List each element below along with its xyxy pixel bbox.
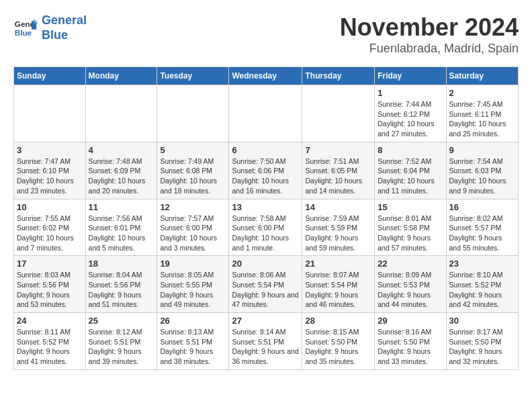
table-row: 19Sunrise: 8:05 AM Sunset: 5:55 PM Dayli…: [157, 256, 229, 313]
day-info: Sunrise: 7:59 AM Sunset: 5:59 PM Dayligh…: [305, 214, 371, 253]
day-number: 19: [160, 259, 226, 269]
day-number: 16: [449, 202, 515, 212]
table-row: 2Sunrise: 7:45 AM Sunset: 6:11 PM Daylig…: [446, 85, 518, 142]
table-row: 24Sunrise: 8:11 AM Sunset: 5:52 PM Dayli…: [14, 313, 86, 370]
day-number: 24: [17, 316, 83, 326]
day-info: Sunrise: 8:14 AM Sunset: 5:51 PM Dayligh…: [232, 327, 299, 367]
day-info: Sunrise: 8:01 AM Sunset: 5:58 PM Dayligh…: [378, 214, 443, 253]
table-row: [85, 85, 157, 142]
table-row: 5Sunrise: 7:49 AM Sunset: 6:08 PM Daylig…: [157, 142, 229, 199]
day-info: Sunrise: 8:17 AM Sunset: 5:50 PM Dayligh…: [449, 327, 515, 367]
day-info: Sunrise: 7:54 AM Sunset: 6:03 PM Dayligh…: [449, 156, 515, 196]
header-friday: Friday: [375, 67, 446, 85]
day-info: Sunrise: 8:11 AM Sunset: 5:52 PM Dayligh…: [17, 327, 83, 367]
table-row: 13Sunrise: 7:58 AM Sunset: 6:00 PM Dayli…: [229, 199, 302, 256]
month-title: November 2024: [340, 13, 519, 42]
day-info: Sunrise: 8:12 AM Sunset: 5:51 PM Dayligh…: [89, 327, 154, 367]
calendar-week-row: 24Sunrise: 8:11 AM Sunset: 5:52 PM Dayli…: [14, 313, 519, 370]
day-number: 4: [89, 145, 154, 155]
table-row: 3Sunrise: 7:47 AM Sunset: 6:10 PM Daylig…: [14, 142, 86, 199]
table-row: [157, 85, 229, 142]
logo: General Blue General Blue: [13, 13, 87, 42]
day-number: 25: [89, 316, 154, 326]
day-number: 15: [378, 202, 443, 212]
table-row: 18Sunrise: 8:04 AM Sunset: 5:56 PM Dayli…: [85, 256, 157, 313]
day-info: Sunrise: 7:50 AM Sunset: 6:06 PM Dayligh…: [232, 156, 299, 196]
header-tuesday: Tuesday: [157, 67, 229, 85]
day-info: Sunrise: 8:04 AM Sunset: 5:56 PM Dayligh…: [89, 270, 154, 310]
table-row: 28Sunrise: 8:15 AM Sunset: 5:50 PM Dayli…: [302, 313, 375, 370]
title-block: November 2024 Fuenlabrada, Madrid, Spain: [340, 13, 519, 56]
day-number: 5: [160, 145, 226, 155]
day-number: 26: [160, 316, 226, 326]
day-info: Sunrise: 8:10 AM Sunset: 5:52 PM Dayligh…: [449, 270, 515, 310]
page-header: General Blue General Blue November 2024 …: [13, 13, 519, 56]
day-info: Sunrise: 8:13 AM Sunset: 5:51 PM Dayligh…: [160, 327, 226, 367]
table-row: 12Sunrise: 7:57 AM Sunset: 6:00 PM Dayli…: [157, 199, 229, 256]
table-row: 30Sunrise: 8:17 AM Sunset: 5:50 PM Dayli…: [446, 313, 518, 370]
table-row: 1Sunrise: 7:44 AM Sunset: 6:12 PM Daylig…: [375, 85, 446, 142]
table-row: 11Sunrise: 7:56 AM Sunset: 6:01 PM Dayli…: [85, 199, 157, 256]
header-thursday: Thursday: [302, 67, 375, 85]
day-number: 10: [17, 202, 83, 212]
logo-icon: General Blue: [13, 16, 38, 40]
table-row: 29Sunrise: 8:16 AM Sunset: 5:50 PM Dayli…: [375, 313, 446, 370]
day-number: 18: [89, 259, 154, 269]
day-number: 8: [378, 145, 443, 155]
day-number: 2: [449, 88, 515, 98]
day-info: Sunrise: 7:57 AM Sunset: 6:00 PM Dayligh…: [160, 214, 226, 253]
table-row: [302, 85, 375, 142]
day-number: 20: [232, 259, 299, 269]
calendar-table: Sunday Monday Tuesday Wednesday Thursday…: [13, 66, 519, 370]
day-info: Sunrise: 8:02 AM Sunset: 5:57 PM Dayligh…: [449, 214, 515, 253]
table-row: 26Sunrise: 8:13 AM Sunset: 5:51 PM Dayli…: [157, 313, 229, 370]
day-number: 17: [17, 259, 83, 269]
day-info: Sunrise: 7:45 AM Sunset: 6:11 PM Dayligh…: [449, 99, 515, 139]
table-row: 23Sunrise: 8:10 AM Sunset: 5:52 PM Dayli…: [446, 256, 518, 313]
day-info: Sunrise: 8:03 AM Sunset: 5:56 PM Dayligh…: [17, 270, 83, 310]
day-info: Sunrise: 7:49 AM Sunset: 6:08 PM Dayligh…: [160, 156, 226, 196]
table-row: 21Sunrise: 8:07 AM Sunset: 5:54 PM Dayli…: [302, 256, 375, 313]
table-row: 22Sunrise: 8:09 AM Sunset: 5:53 PM Dayli…: [375, 256, 446, 313]
day-number: 7: [305, 145, 371, 155]
day-number: 14: [305, 202, 371, 212]
day-number: 23: [449, 259, 515, 269]
weekday-header-row: Sunday Monday Tuesday Wednesday Thursday…: [14, 67, 519, 85]
day-info: Sunrise: 8:15 AM Sunset: 5:50 PM Dayligh…: [305, 327, 371, 367]
day-number: 3: [17, 145, 83, 155]
day-info: Sunrise: 7:47 AM Sunset: 6:10 PM Dayligh…: [17, 156, 83, 196]
logo-text-line2: Blue: [42, 28, 87, 43]
table-row: [229, 85, 302, 142]
svg-text:Blue: Blue: [15, 28, 32, 36]
table-row: 4Sunrise: 7:48 AM Sunset: 6:09 PM Daylig…: [85, 142, 157, 199]
calendar-week-row: 3Sunrise: 7:47 AM Sunset: 6:10 PM Daylig…: [14, 142, 519, 199]
day-number: 13: [232, 202, 299, 212]
day-number: 12: [160, 202, 226, 212]
table-row: 7Sunrise: 7:51 AM Sunset: 6:05 PM Daylig…: [302, 142, 375, 199]
day-number: 6: [232, 145, 299, 155]
header-saturday: Saturday: [446, 67, 518, 85]
calendar-week-row: 1Sunrise: 7:44 AM Sunset: 6:12 PM Daylig…: [14, 85, 519, 142]
table-row: 27Sunrise: 8:14 AM Sunset: 5:51 PM Dayli…: [229, 313, 302, 370]
day-info: Sunrise: 7:55 AM Sunset: 6:02 PM Dayligh…: [17, 214, 83, 253]
day-info: Sunrise: 8:07 AM Sunset: 5:54 PM Dayligh…: [305, 270, 371, 310]
day-info: Sunrise: 7:44 AM Sunset: 6:12 PM Dayligh…: [378, 99, 443, 139]
table-row: 25Sunrise: 8:12 AM Sunset: 5:51 PM Dayli…: [85, 313, 157, 370]
logo-text-line1: General: [42, 13, 87, 28]
day-number: 9: [449, 145, 515, 155]
day-number: 29: [378, 316, 443, 326]
table-row: [14, 85, 86, 142]
table-row: 10Sunrise: 7:55 AM Sunset: 6:02 PM Dayli…: [14, 199, 86, 256]
day-info: Sunrise: 7:52 AM Sunset: 6:04 PM Dayligh…: [378, 156, 443, 196]
day-info: Sunrise: 7:48 AM Sunset: 6:09 PM Dayligh…: [89, 156, 154, 196]
calendar-week-row: 17Sunrise: 8:03 AM Sunset: 5:56 PM Dayli…: [14, 256, 519, 313]
calendar-week-row: 10Sunrise: 7:55 AM Sunset: 6:02 PM Dayli…: [14, 199, 519, 256]
table-row: 20Sunrise: 8:06 AM Sunset: 5:54 PM Dayli…: [229, 256, 302, 313]
day-number: 30: [449, 316, 515, 326]
day-info: Sunrise: 8:05 AM Sunset: 5:55 PM Dayligh…: [160, 270, 226, 310]
table-row: 6Sunrise: 7:50 AM Sunset: 6:06 PM Daylig…: [229, 142, 302, 199]
day-number: 21: [305, 259, 371, 269]
table-row: 14Sunrise: 7:59 AM Sunset: 5:59 PM Dayli…: [302, 199, 375, 256]
location-title: Fuenlabrada, Madrid, Spain: [340, 42, 519, 56]
day-info: Sunrise: 7:51 AM Sunset: 6:05 PM Dayligh…: [305, 156, 371, 196]
